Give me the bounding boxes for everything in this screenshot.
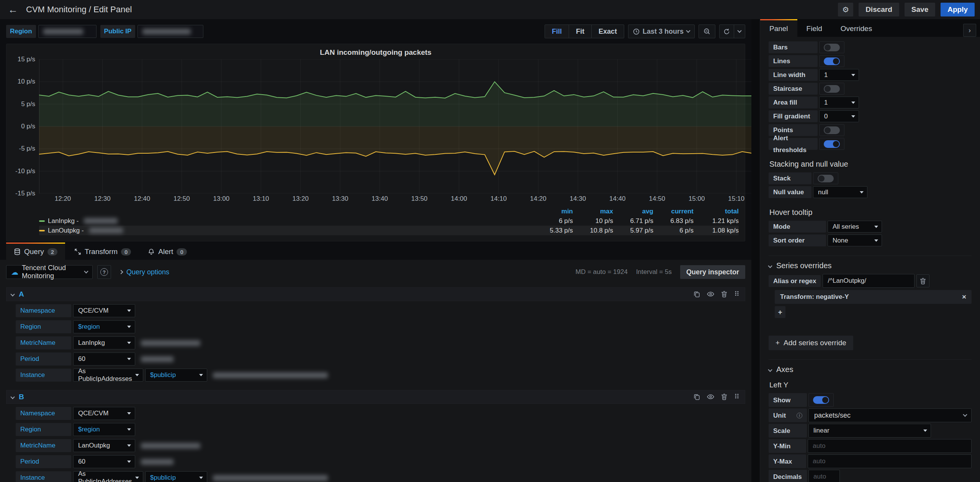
query-options-toggle[interactable]: Query options — [119, 268, 169, 276]
options-tab-field[interactable]: Field — [797, 19, 831, 37]
sort-order-select[interactable]: None — [828, 234, 882, 246]
instance-select[interactable]: $publicip — [145, 369, 207, 382]
time-range-picker[interactable]: Last 3 hours — [628, 25, 695, 38]
collapse-sidebar-button[interactable]: › — [963, 24, 976, 37]
drag-handle-icon[interactable] — [734, 393, 739, 400]
area-fill-select[interactable]: 1 — [819, 97, 859, 108]
unit-select[interactable]: packets/sec — [808, 408, 972, 422]
staircase-toggle[interactable] — [819, 83, 844, 95]
refresh-button[interactable] — [720, 25, 734, 38]
mode-select[interactable]: All series — [828, 221, 882, 233]
tab-alert[interactable]: Alert0 — [140, 243, 194, 260]
points-toggle[interactable] — [819, 124, 844, 136]
namespace-select[interactable]: QCE/CVM — [73, 407, 135, 420]
region-variable-value[interactable] — [38, 25, 97, 38]
duplicate-query-icon[interactable] — [694, 393, 700, 400]
panel-settings-button[interactable]: ⚙ — [838, 3, 853, 16]
legend-column-total[interactable]: total — [694, 208, 739, 215]
add-override-property-button[interactable]: + — [775, 306, 785, 318]
metricname-select[interactable]: LanInpkg — [73, 336, 135, 349]
stack-toggle[interactable] — [813, 172, 838, 184]
options-body: BarsLinesLine width1StaircaseArea fill1F… — [760, 37, 980, 482]
query-ref-letter[interactable]: A — [19, 290, 24, 298]
alert-thresholds-toggle[interactable] — [819, 138, 844, 150]
option-label-text: Show — [773, 394, 790, 406]
period-select[interactable]: 60 — [73, 455, 135, 468]
metricname-select[interactable]: LanOutpkg — [73, 439, 135, 452]
datasource-name: Tencent Cloud Monitoring — [22, 264, 81, 280]
select-value: None — [833, 237, 848, 244]
show-toggle[interactable] — [808, 393, 834, 407]
back-button[interactable]: ← — [5, 2, 21, 17]
legend-column-current[interactable]: current — [653, 208, 694, 215]
tab-transform[interactable]: Transform0 — [67, 243, 139, 260]
query-inspector-button[interactable]: Query inspector — [680, 265, 745, 279]
query-row-namespace: NamespaceQCE/CVM — [16, 304, 745, 317]
delete-query-icon[interactable] — [721, 291, 727, 298]
bars-toggle[interactable] — [819, 41, 844, 53]
region-select[interactable]: $region — [73, 423, 135, 436]
period-select[interactable]: 60 — [73, 352, 135, 366]
save-button[interactable]: Save — [905, 3, 935, 16]
datasource-help-button[interactable]: ? — [97, 265, 111, 279]
public-ip-variable-value[interactable] — [137, 25, 203, 38]
legend-column-min[interactable]: min — [537, 208, 573, 215]
caret-down-icon — [860, 191, 864, 193]
instance-select[interactable]: As PublicIpAddresses — [73, 471, 143, 482]
options-tab-panel[interactable]: Panel — [760, 19, 797, 37]
y-max-input[interactable] — [808, 454, 972, 468]
remove-override-icon[interactable]: × — [962, 293, 966, 301]
disable-query-icon[interactable] — [707, 291, 714, 298]
namespace-select[interactable]: QCE/CVM — [73, 304, 135, 317]
lines-toggle[interactable] — [819, 55, 844, 67]
option-label-text: Null value — [773, 186, 804, 198]
series-overrides-header[interactable]: Series overrides — [769, 256, 972, 274]
add-series-override-button[interactable]: +Add series override — [769, 336, 853, 350]
view-mode-fit[interactable]: Fit — [569, 25, 591, 38]
query-editor: ☁ Tencent Cloud Monitoring ? Query optio… — [0, 260, 751, 482]
apply-button[interactable]: Apply — [941, 3, 975, 16]
options-tab-overrides[interactable]: Overrides — [831, 19, 881, 37]
timeseries-chart[interactable]: 15 p/s10 p/s5 p/s0 p/s-5 p/s-10 p/s-15 p… — [39, 59, 739, 193]
chevron-down-icon — [768, 264, 772, 268]
fill-gradient-select[interactable]: 0 — [819, 110, 859, 122]
decimals-input[interactable] — [808, 470, 840, 482]
datasource-picker[interactable]: ☁ Tencent Cloud Monitoring — [6, 265, 93, 279]
tab-query[interactable]: Query2 — [6, 243, 65, 260]
option-row-lines: Lines — [769, 55, 972, 67]
region-select[interactable]: $region — [73, 320, 135, 333]
scale-select[interactable]: linear — [808, 424, 931, 438]
axes-header[interactable]: Axes — [769, 359, 972, 378]
query-row-metricname: MetricNameLanInpkg — [16, 336, 745, 349]
disable-query-icon[interactable] — [707, 393, 714, 400]
instance-select[interactable]: As PublicIpAddresses — [73, 369, 143, 382]
chart-canvas[interactable] — [39, 59, 751, 193]
discard-button[interactable]: Discard — [859, 3, 899, 16]
option-row-staircase: Staircase — [769, 83, 972, 95]
delete-query-icon[interactable] — [721, 393, 727, 400]
duplicate-query-icon[interactable] — [694, 291, 700, 298]
delete-override-button[interactable] — [916, 274, 929, 287]
chevron-down-icon[interactable] — [10, 292, 15, 296]
drag-handle-icon[interactable] — [734, 291, 739, 298]
x-tick-label: 14:50 — [644, 195, 671, 203]
null-value-select[interactable]: null — [813, 186, 867, 198]
alias-regex-input[interactable] — [823, 274, 915, 288]
zoom-out-button[interactable] — [699, 25, 715, 38]
refresh-interval-dropdown[interactable] — [734, 25, 745, 38]
query-ref-letter[interactable]: B — [19, 393, 24, 401]
view-mode-exact[interactable]: Exact — [591, 25, 624, 38]
legend-series-toggle[interactable]: LanInpkg - — [39, 217, 537, 225]
option-label-text: Line width — [773, 69, 805, 81]
legend-column-avg[interactable]: avg — [613, 208, 653, 215]
series-color-swatch[interactable] — [39, 220, 45, 222]
legend-series-toggle[interactable]: LanOutpkg - — [39, 227, 537, 234]
view-mode-fill[interactable]: Fill — [545, 25, 569, 38]
tab-count-badge: 2 — [47, 248, 57, 256]
chevron-down-icon[interactable] — [10, 395, 15, 399]
instance-select[interactable]: $publicip — [145, 471, 207, 482]
legend-column-max[interactable]: max — [573, 208, 613, 215]
series-color-swatch[interactable] — [39, 230, 45, 231]
y-min-input[interactable] — [808, 439, 972, 453]
line-width-select[interactable]: 1 — [819, 69, 859, 81]
